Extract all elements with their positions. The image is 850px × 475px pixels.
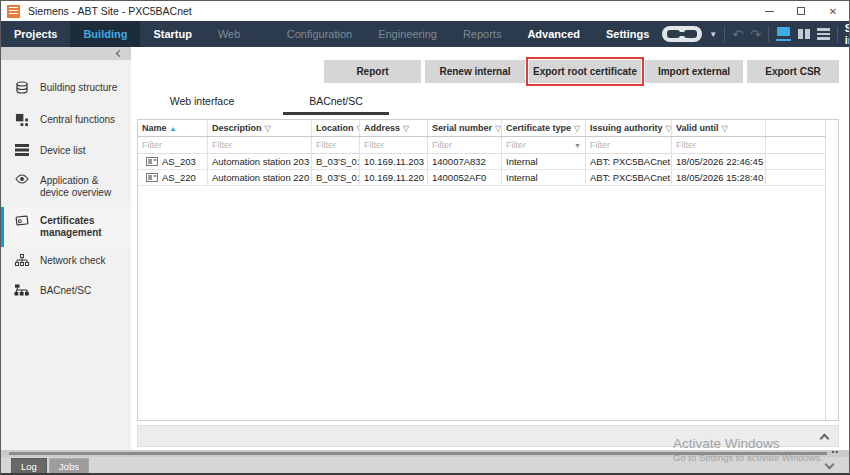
sidebar-item-building-structure[interactable]: Building structure [1, 74, 131, 106]
filter-placeholder: Filter [676, 140, 696, 150]
sidebar-item-bacnet-sc[interactable]: BACnet/SC [1, 277, 131, 307]
minimize-button[interactable] [753, 1, 785, 21]
sort-icon: ▽ [265, 124, 271, 133]
export-root-certificate-button[interactable]: Export root certificate [529, 60, 641, 83]
toolbar: ReportRenew internalExport root certific… [324, 60, 839, 83]
splitter-dots-icon: •• [831, 447, 839, 456]
menu-item-advanced[interactable]: Advanced [514, 21, 593, 47]
sidebar-item-application-device-overview[interactable]: Application & device overview [1, 167, 131, 207]
filter-input-issuing-authority[interactable]: Filter [586, 137, 672, 153]
cell-issuing: ABT: PXC5BACnet [586, 154, 672, 169]
menu-item-configuration[interactable]: Configuration [274, 21, 365, 47]
layers-icon [14, 81, 29, 98]
plug-connection-icon [665, 28, 699, 40]
chevron-up-icon[interactable] [820, 434, 830, 444]
bottom-tab-log[interactable]: Log [11, 458, 47, 474]
close-button[interactable]: ✕ [817, 1, 849, 21]
filter-input-valid-until[interactable]: Filter [672, 137, 766, 153]
menu-item-building[interactable]: Building [70, 21, 140, 47]
sidebar-item-label: Device list [40, 145, 86, 157]
column-header-name[interactable]: Name▲ [138, 120, 208, 136]
title-bar: Siemens - ABT Site - PXC5BACnet ✕ [1, 1, 849, 21]
filter-input-name[interactable]: Filter [138, 137, 208, 153]
connection-dropdown-caret-icon[interactable]: ▼ [709, 30, 717, 39]
chevron-down-icon[interactable] [825, 460, 835, 470]
app-window: Siemens - ABT Site - PXC5BACnet ✕ Projec… [0, 0, 850, 475]
filter-cell-empty [766, 137, 825, 153]
column-header-issuing-authority[interactable]: Issuing authority▽ [586, 120, 672, 136]
sidebar-collapse-button[interactable] [1, 47, 131, 60]
filter-placeholder: Filter [506, 140, 526, 150]
menu-item-engineering[interactable]: Engineering [365, 21, 450, 47]
renew-internal-button[interactable]: Renew internal [425, 60, 525, 83]
device-icon [146, 157, 158, 166]
bottom-tab-jobs[interactable]: Jobs [49, 458, 89, 474]
column-header-location[interactable]: Location▽ [312, 120, 360, 136]
filter-input-address[interactable]: Filter [360, 137, 428, 153]
splitter-handle[interactable] [9, 452, 827, 455]
table-row-as-220[interactable]: AS_220Automation station 220B_03'S_0110.… [138, 170, 825, 186]
filter-dropdown-caret-icon[interactable]: ▼ [574, 142, 581, 149]
sidebar-item-network-check[interactable]: Network check [1, 247, 131, 277]
sign-in-menu[interactable]: Sign in ▼ [845, 22, 850, 46]
menu-item-web-interface[interactable]: Web Interface [205, 21, 274, 47]
column-header-description[interactable]: Description▽ [208, 120, 312, 136]
report-button[interactable]: Report [324, 60, 421, 83]
menu-item-projects[interactable]: Projects [1, 21, 70, 47]
column-header-address[interactable]: Address▽ [360, 120, 428, 136]
import-external-button[interactable]: Import external [645, 60, 743, 83]
bottom-panel-splitter[interactable]: •• [1, 450, 849, 457]
tab-bacnet-sc[interactable]: BACnet/SC [283, 95, 389, 115]
filter-input-description[interactable]: Filter [208, 137, 312, 153]
siemens-logo-icon [7, 5, 20, 18]
cell-serial: 140007A832 [428, 154, 502, 169]
column-label: Description [212, 123, 262, 133]
column-label: Serial number [432, 123, 492, 133]
cell-name: AS_220 [138, 170, 208, 185]
device-list-icon [14, 144, 29, 159]
sidebar-item-label: Network check [40, 255, 106, 267]
redo-icon[interactable]: ↷ [750, 28, 761, 41]
vertical-scrollbar[interactable] [825, 120, 838, 420]
menu-item-reports[interactable]: Reports [450, 21, 515, 47]
cell-address: 10.169.11.203 [360, 154, 428, 169]
divider [837, 26, 838, 42]
split-view-icon[interactable] [798, 29, 810, 39]
sidebar-item-device-list[interactable]: Device list [1, 137, 131, 167]
table-row-as-203[interactable]: AS_203Automation station 203B_03'S_0110.… [138, 154, 825, 170]
export-csr-button[interactable]: Export CSR [747, 60, 839, 83]
sidebar-nav: Building structureCentral functionsDevic… [1, 60, 131, 307]
undo-icon[interactable]: ↶ [732, 28, 743, 41]
eye-icon [14, 174, 29, 187]
maximize-button[interactable] [785, 1, 817, 21]
column-header-valid-until[interactable]: Valid until▽ [672, 120, 766, 136]
filter-placeholder: Filter [142, 140, 162, 150]
column-header-serial-number[interactable]: Serial number▽ [428, 120, 502, 136]
sidebar-item-label: Building structure [40, 82, 117, 94]
cell-description: Automation station 203 [208, 154, 312, 169]
sidebar-item-certificates-management[interactable]: Certificates management [1, 207, 131, 247]
connection-toggle[interactable] [662, 26, 702, 42]
sidebar: Building structureCentral functionsDevic… [1, 47, 131, 450]
cell-location: B_03'S_01 [312, 170, 360, 185]
table-body: AS_203Automation station 203B_03'S_0110.… [138, 154, 825, 186]
cell-name: AS_203 [138, 154, 208, 169]
menu-item-startup[interactable]: Startup [140, 21, 205, 47]
cell-address: 10.169.11.220 [360, 170, 428, 185]
bacnet-icon [14, 284, 29, 299]
column-header-certificate-type[interactable]: Certificate type▽ [502, 120, 586, 136]
filter-input-certificate-type[interactable]: Filter▼ [502, 137, 586, 153]
column-header-empty [766, 120, 825, 136]
single-view-icon[interactable] [776, 27, 791, 41]
filter-input-serial-number[interactable]: Filter [428, 137, 502, 153]
menu-item-settings[interactable]: Settings [593, 21, 662, 47]
tab-web-interface[interactable]: Web interface [149, 95, 255, 115]
filter-placeholder: Filter [432, 140, 452, 150]
menu-items: ProjectsBuildingStartupWeb InterfaceConf… [1, 21, 662, 47]
filter-input-location[interactable]: Filter [312, 137, 360, 153]
chevron-left-icon [116, 50, 123, 57]
sidebar-item-central-functions[interactable]: Central functions [1, 106, 131, 137]
cell-issuing: ABT: PXC5BACnet [586, 170, 672, 185]
list-view-icon[interactable] [817, 28, 830, 40]
bottom-tab-bar: LogJobs [1, 457, 849, 474]
